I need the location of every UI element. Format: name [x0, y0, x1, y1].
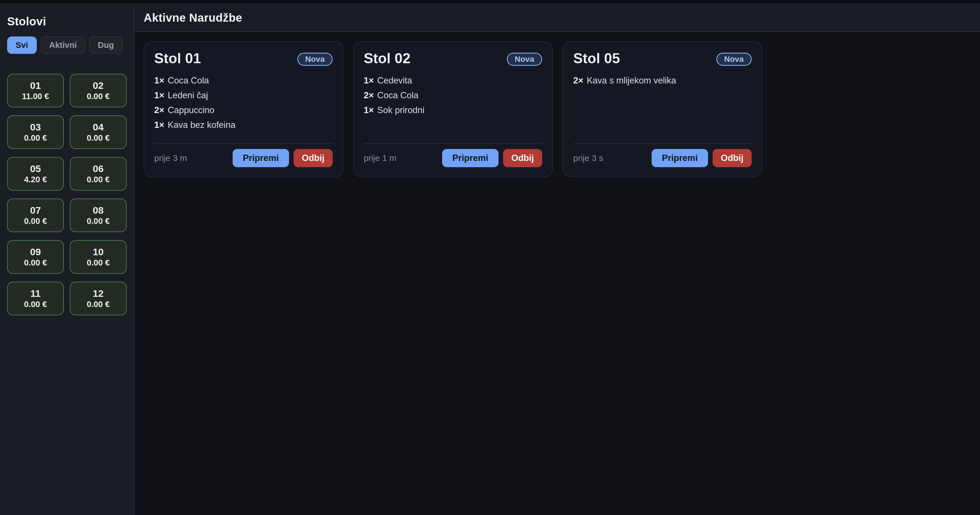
reject-button[interactable]: Odbij — [713, 149, 752, 167]
prepare-button[interactable]: Pripremi — [652, 149, 708, 167]
table-button-04[interactable]: 04 0.00 € — [70, 116, 127, 149]
table-number: 01 — [30, 81, 41, 90]
table-amount: 0.00 € — [87, 258, 110, 267]
order-items: 1× Cedevita 2× Coca Cola 1× Sok prirodni — [364, 76, 542, 115]
table-amount: 0.00 € — [24, 134, 47, 142]
order-card-head: Stol 01 Nova — [154, 51, 332, 67]
table-button-08[interactable]: 08 0.00 € — [70, 198, 127, 232]
table-number: 11 — [30, 288, 41, 298]
table-amount: 0.00 € — [87, 217, 110, 225]
item-qty: 1× — [154, 120, 164, 130]
order-item: 1× Coca Cola — [154, 76, 332, 85]
card-divider — [154, 143, 332, 144]
card-divider — [573, 143, 752, 144]
table-button-02[interactable]: 02 0.00 € — [70, 74, 127, 108]
item-qty: 1× — [364, 76, 374, 85]
order-card-footer: prije 3 m Pripremi Odbij — [154, 149, 332, 167]
prepare-button[interactable]: Pripremi — [232, 149, 289, 167]
order-item: 2× Coca Cola — [364, 91, 542, 100]
table-amount: 0.00 € — [87, 134, 110, 142]
order-card-footer: prije 3 s Pripremi Odbij — [573, 149, 752, 167]
order-time: prije 3 m — [154, 153, 187, 163]
order-card: Stol 01 Nova 1× Coca Cola 1× Ledeni čaj … — [144, 41, 343, 177]
window-top-strip — [0, 0, 980, 4]
order-card-title: Stol 05 — [573, 51, 620, 67]
item-qty: 1× — [364, 106, 374, 115]
item-qty: 2× — [573, 76, 583, 85]
page-title: Aktivne Narudžbe — [144, 11, 242, 24]
item-name: Coca Cola — [168, 76, 209, 85]
table-button-05[interactable]: 05 4.20 € — [7, 157, 64, 190]
main-header: Aktivne Narudžbe — [134, 4, 980, 32]
order-card-head: Stol 05 Nova — [573, 51, 752, 67]
table-number: 03 — [30, 122, 41, 132]
orders-content: Stol 01 Nova 1× Coca Cola 1× Ledeni čaj … — [134, 32, 980, 515]
item-name: Kava bez kofeina — [168, 120, 235, 130]
table-number: 02 — [93, 81, 104, 90]
table-button-12[interactable]: 12 0.00 € — [70, 282, 127, 315]
table-number: 10 — [93, 247, 104, 257]
card-divider — [364, 143, 542, 144]
status-badge: Nova — [507, 53, 542, 66]
status-badge: Nova — [716, 53, 752, 66]
table-button-01[interactable]: 01 11.00 € — [7, 74, 64, 108]
order-time: prije 1 m — [364, 153, 396, 163]
main-area: Aktivne Narudžbe Stol 01 Nova 1× Coca Co… — [134, 4, 980, 515]
table-button-06[interactable]: 06 0.00 € — [70, 157, 127, 190]
order-items: 2× Kava s mlijekom velika — [573, 76, 752, 85]
table-number: 06 — [93, 164, 104, 173]
table-amount: 11.00 € — [22, 92, 49, 101]
table-button-09[interactable]: 09 0.00 € — [7, 240, 64, 274]
status-badge: Nova — [297, 53, 332, 66]
app-window: Stolovi SviAktivniDug 01 11.00 € 02 0.00… — [0, 0, 980, 515]
order-card-title: Stol 01 — [154, 51, 201, 67]
sidebar: Stolovi SviAktivniDug 01 11.00 € 02 0.00… — [0, 4, 134, 515]
order-item: 1× Sok prirodni — [364, 106, 542, 115]
app-body: Stolovi SviAktivniDug 01 11.00 € 02 0.00… — [0, 4, 980, 515]
filter-aktivni[interactable]: Aktivni — [41, 36, 86, 54]
card-actions: Pripremi Odbij — [652, 149, 752, 167]
table-amount: 0.00 € — [87, 176, 110, 184]
sidebar-title: Stolovi — [7, 15, 127, 28]
table-number: 09 — [30, 247, 41, 257]
order-time: prije 3 s — [573, 153, 603, 163]
item-qty: 1× — [154, 91, 164, 100]
item-name: Sok prirodni — [377, 106, 424, 115]
table-number: 08 — [93, 205, 104, 215]
table-number: 12 — [93, 288, 104, 298]
table-amount: 0.00 € — [24, 258, 47, 267]
table-button-07[interactable]: 07 0.00 € — [7, 198, 64, 232]
table-amount: 0.00 € — [24, 300, 47, 309]
filter-svi[interactable]: Svi — [7, 36, 37, 54]
table-button-10[interactable]: 10 0.00 € — [70, 240, 127, 274]
item-qty: 2× — [154, 106, 164, 115]
item-name: Coca Cola — [377, 91, 418, 100]
item-qty: 2× — [364, 91, 374, 100]
order-items: 1× Coca Cola 1× Ledeni čaj 2× Cappuccino… — [154, 76, 332, 130]
table-amount: 0.00 € — [24, 217, 47, 225]
item-name: Kava s mlijekom velika — [587, 76, 676, 85]
order-card-title: Stol 02 — [364, 51, 410, 67]
item-name: Cedevita — [377, 76, 412, 85]
order-item: 1× Cedevita — [364, 76, 542, 85]
reject-button[interactable]: Odbij — [503, 149, 542, 167]
filter-dug[interactable]: Dug — [89, 36, 122, 54]
order-card: Stol 02 Nova 1× Cedevita 2× Coca Cola 1×… — [353, 41, 553, 177]
orders-row: Stol 01 Nova 1× Coca Cola 1× Ledeni čaj … — [144, 41, 970, 177]
table-button-11[interactable]: 11 0.00 € — [7, 282, 64, 315]
card-actions: Pripremi Odbij — [442, 149, 542, 167]
order-item: 1× Kava bez kofeina — [154, 120, 332, 130]
filter-group: SviAktivniDug — [7, 36, 127, 54]
item-qty: 1× — [154, 76, 164, 85]
table-number: 04 — [93, 122, 104, 132]
prepare-button[interactable]: Pripremi — [442, 149, 498, 167]
card-spacer — [573, 85, 752, 144]
table-number: 07 — [30, 205, 41, 215]
order-card-footer: prije 1 m Pripremi Odbij — [364, 149, 542, 167]
table-number: 05 — [30, 164, 41, 173]
order-item: 2× Kava s mlijekom velika — [573, 76, 752, 85]
table-button-03[interactable]: 03 0.00 € — [7, 116, 64, 149]
item-name: Cappuccino — [168, 106, 214, 115]
order-card: Stol 05 Nova 2× Kava s mlijekom velika p… — [563, 41, 762, 177]
reject-button[interactable]: Odbij — [294, 149, 332, 167]
